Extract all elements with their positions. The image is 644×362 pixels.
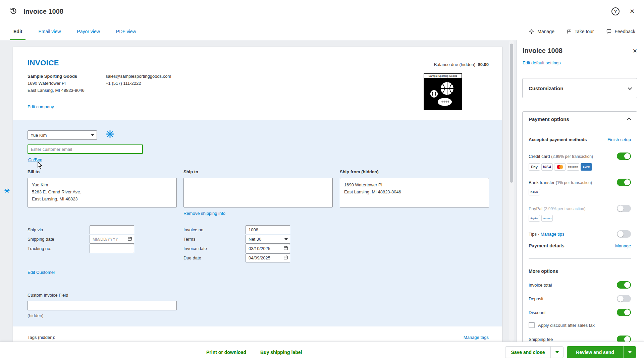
ship-via-input[interactable] [90, 225, 134, 234]
bank-badge-text: BANK [530, 191, 538, 194]
customization-section[interactable]: Customization [522, 78, 637, 98]
invoice-total-toggle[interactable] [617, 281, 631, 289]
drawer-sparkle-icon[interactable] [4, 188, 10, 195]
shipping-date-label: Shipping date [28, 237, 54, 242]
payment-options-header[interactable]: Payment options [529, 116, 631, 122]
shipping-fee-label: Shipping fee [529, 337, 553, 342]
review-and-send-dropdown[interactable] [624, 346, 636, 358]
tips-toggle[interactable] [617, 230, 631, 238]
remove-shipping-link[interactable]: Remove shipping info [183, 211, 225, 216]
apply-discount-checkbox[interactable] [529, 322, 535, 328]
save-and-close-button[interactable]: Save and close [505, 346, 564, 358]
due-date-input[interactable]: 04/09/2025 [246, 253, 290, 262]
tab-payor-view-label: Payor view [77, 29, 100, 34]
close-icon[interactable]: ✕ [630, 8, 635, 15]
print-or-download-button[interactable]: Print or download [206, 350, 246, 355]
credit-card-row: Credit card (2.99% per transaction) [529, 153, 631, 160]
panel-close-icon[interactable]: ✕ [633, 48, 637, 55]
help-icon[interactable]: ? [611, 7, 620, 15]
edit-customer-link[interactable]: Edit Customer [28, 270, 55, 275]
tab-email-view[interactable]: Email view [30, 23, 69, 40]
bill-to-line3: East Lansing, MI 48823 [32, 195, 172, 202]
calendar-icon[interactable] [127, 236, 132, 242]
manage-tips-link[interactable]: Manage tips [541, 232, 565, 237]
save-and-close-dropdown[interactable] [551, 347, 563, 358]
tab-email-view-label: Email view [38, 29, 61, 34]
company-logo[interactable]: Sample Sporting Goods [424, 73, 462, 110]
review-and-send-button[interactable]: Review and send [567, 346, 636, 358]
venmo-badge-text: venmo [543, 217, 551, 220]
visa-icon: VISA [541, 163, 553, 171]
shipping-date-input[interactable]: MM/DD/YYYY [90, 235, 134, 244]
invoice-no-input[interactable] [246, 225, 290, 234]
bank-transfer-toggle[interactable] [617, 179, 631, 186]
finish-setup-link[interactable]: Finish setup [607, 137, 631, 142]
tour-flag-icon [567, 29, 572, 34]
calendar-icon[interactable] [283, 255, 288, 261]
customization-title: Customization [529, 85, 563, 91]
ship-from-box[interactable]: 1690 Watertower Pl East Lansing, MI 4882… [340, 178, 489, 207]
paypal-label: PayPal (2.99% per transaction) [529, 206, 586, 211]
customer-email-input[interactable] [28, 144, 143, 154]
ship-via-label: Ship via [28, 227, 43, 232]
history-icon[interactable] [9, 7, 17, 16]
paypal-toggle[interactable] [617, 205, 631, 212]
customer-select[interactable]: Yue Kim [28, 130, 97, 140]
discount-checkbox-row: Apply discount after sales tax [529, 322, 631, 328]
deposit-row: Deposit [529, 295, 631, 302]
customer-select-arrow[interactable] [88, 131, 97, 139]
edit-default-settings-link[interactable]: Edit default settings [523, 60, 560, 65]
main-scrollbar[interactable] [509, 40, 514, 342]
custom-field-input[interactable] [28, 301, 177, 310]
terms-select-arrow[interactable] [282, 235, 290, 243]
tab-pdf-view[interactable]: PDF view [108, 23, 144, 40]
deposit-toggle[interactable] [617, 295, 631, 302]
credit-card-toggle[interactable] [617, 153, 631, 160]
edit-company-link[interactable]: Edit company [28, 104, 54, 109]
paypal-badge-text: PayPal [531, 217, 538, 220]
calendar-icon[interactable] [283, 246, 288, 251]
accepted-methods-label: Accepted payment methods [529, 137, 587, 142]
ship-to-label: Ship to [183, 169, 198, 174]
manage-button[interactable]: Manage [529, 29, 554, 35]
terms-select[interactable]: Net 30 [246, 235, 290, 244]
tags-label: Tags (hidden): [28, 335, 55, 340]
take-tour-button[interactable]: Take tour [567, 29, 594, 34]
tracking-no-input[interactable] [90, 244, 134, 253]
main-scrollbar-thumb[interactable] [510, 44, 513, 183]
chevron-down-icon [628, 85, 632, 90]
invoice-date-value: 03/10/2025 [249, 246, 270, 251]
discount-label: Discount [529, 310, 546, 315]
venmo-icon: venmo [541, 215, 553, 222]
tab-edit[interactable]: Edit [5, 23, 30, 40]
payment-details-row: Payment details Manage [529, 243, 631, 248]
bill-to-box[interactable]: Yue Kim 5263 E. Grand River Ave. East La… [28, 178, 177, 207]
discount-toggle[interactable] [617, 309, 631, 316]
payment-details-manage-link[interactable]: Manage [615, 243, 631, 248]
take-tour-label: Take tour [575, 29, 594, 34]
company-address-line1: 1690 Watertower Pl [28, 80, 85, 87]
review-and-send-label[interactable]: Review and send [567, 346, 624, 358]
ship-to-box[interactable] [183, 178, 333, 207]
invoice-no-label: Invoice no. [183, 227, 205, 232]
manage-tags-link[interactable]: Manage tags [464, 335, 489, 340]
shipping-date-placeholder: MM/DD/YYYY [93, 237, 118, 242]
invoice-date-input[interactable]: 03/10/2025 [246, 244, 290, 253]
ship-from-label: Ship from (hidden) [340, 169, 379, 174]
visa-text: VISA [543, 165, 551, 169]
company-phone: +1 (517) 111-2222 [106, 80, 171, 87]
company-logo-art [424, 78, 462, 110]
custom-field-label: Custom Invoice Field [28, 293, 68, 298]
tab-payor-view[interactable]: Payor view [69, 23, 108, 40]
invoice-total-row: Invoice total [529, 281, 631, 289]
paypal-icon: PayPal [529, 215, 540, 222]
due-date-label: Due date [183, 255, 201, 260]
buy-shipping-label-button[interactable]: Buy shipping label [260, 350, 302, 355]
mastercard-icon [554, 163, 566, 171]
feedback-button[interactable]: Feedback [606, 29, 635, 34]
tracking-no-label: Tracking no. [28, 246, 51, 251]
tab-pdf-view-label: PDF view [116, 29, 136, 34]
action-footer: Print or download Buy shipping label Sav… [0, 342, 644, 362]
save-and-close-label[interactable]: Save and close [505, 347, 551, 358]
shipping-fee-toggle[interactable] [617, 336, 631, 342]
